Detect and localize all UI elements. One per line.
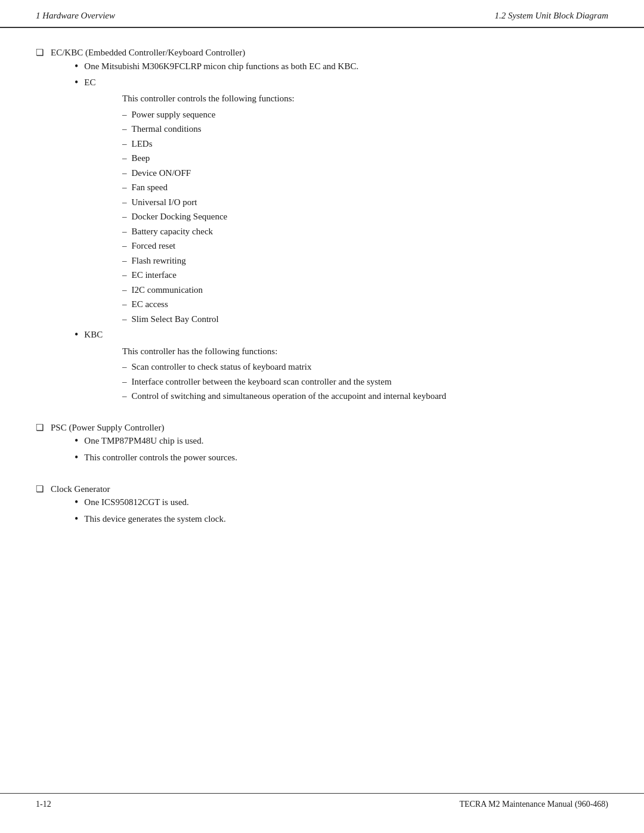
psc-bullet-2: • This controller controls the power sou…	[75, 451, 237, 465]
bullet-ec: • EC	[75, 76, 446, 89]
header-right: 1.2 System Unit Block Diagram	[495, 11, 608, 21]
dash-item: –Interface controller between the keyboa…	[122, 375, 446, 389]
dash-text: Thermal conditions	[132, 122, 202, 136]
dash-symbol: –	[122, 268, 127, 282]
footer-right: TECRA M2 Maintenance Manual (960-468)	[459, 800, 608, 809]
dash-symbol: –	[122, 196, 127, 209]
clock-dot-2: •	[75, 512, 78, 526]
dash-item: –I2C communication	[122, 283, 446, 297]
bullet-ec-text: EC	[84, 76, 95, 89]
dash-symbol: –	[122, 389, 127, 403]
bullet-kbc-text: KBC	[84, 328, 103, 342]
dash-text: Scan controller to check status of keybo…	[132, 360, 312, 374]
dash-item: –Scan controller to check status of keyb…	[122, 360, 446, 374]
clock-bullet-list: • One ICS950812CGT is used. • This devic…	[75, 496, 226, 526]
dash-item: –EC interface	[122, 268, 446, 282]
dash-text: EC interface	[132, 268, 177, 282]
psc-bullet-1: • One TMP87PM48U chip is used.	[75, 434, 237, 448]
dash-symbol: –	[122, 283, 127, 297]
footer-left: 1-12	[36, 800, 51, 809]
dash-item: –Control of switching and simultaneous o…	[122, 389, 446, 403]
dash-text: LEDs	[132, 137, 153, 151]
dash-symbol: –	[122, 375, 127, 389]
dash-text: Power supply sequence	[132, 108, 216, 122]
dash-text: Interface controller between the keyboar…	[132, 375, 392, 389]
dash-symbol: –	[122, 225, 127, 239]
bullet-mitsubishi-text: One Mitsubishi M306K9FCLRP micon chip fu…	[84, 60, 358, 73]
kbc-intro: This controller has the following functi…	[122, 345, 446, 358]
dash-text: Fan speed	[132, 181, 168, 194]
dash-text: Control of switching and simultaneous op…	[132, 389, 447, 403]
dash-symbol: –	[122, 151, 127, 165]
page-header: 1 Hardware Overview 1.2 System Unit Bloc…	[0, 0, 644, 28]
dash-symbol: –	[122, 210, 127, 224]
bullet-mitsubishi: • One Mitsubishi M306K9FCLRP micon chip …	[75, 60, 446, 73]
checkbox-icon-ec-kbc: ❏	[36, 47, 44, 58]
section-clock: ❏ Clock Generator • One ICS950812CGT is …	[36, 482, 608, 532]
clock-bullet-2: • This device generates the system clock…	[75, 512, 226, 526]
psc-label: PSC (Power Supply Controller)	[51, 423, 164, 432]
clock-dot-1: •	[75, 496, 78, 509]
dash-symbol: –	[122, 298, 127, 311]
dash-item: –Power supply sequence	[122, 108, 446, 122]
dash-symbol: –	[122, 137, 127, 151]
psc-bullet-list: • One TMP87PM48U chip is used. • This co…	[75, 434, 237, 465]
clock-bullet-1: • One ICS950812CGT is used.	[75, 496, 226, 509]
dash-item: –Thermal conditions	[122, 122, 446, 136]
dash-symbol: –	[122, 239, 127, 253]
header-left: 1 Hardware Overview	[36, 11, 115, 21]
section-psc: ❏ PSC (Power Supply Controller) • One TM…	[36, 421, 608, 470]
dash-item: –LEDs	[122, 137, 446, 151]
dash-text: Docker Docking Sequence	[132, 210, 228, 224]
dash-item: –EC access	[122, 298, 446, 311]
bullet-dot-2: •	[75, 76, 78, 89]
ec-kbc-bullet-list: • One Mitsubishi M306K9FCLRP micon chip …	[75, 60, 446, 403]
dash-text: Universal I/O port	[132, 196, 197, 209]
clock-label: Clock Generator	[51, 484, 110, 494]
dash-symbol: –	[122, 360, 127, 374]
kbc-dash-list: –Scan controller to check status of keyb…	[122, 360, 446, 403]
bullet-dot-1: •	[75, 60, 78, 73]
bullet-dot-3: •	[75, 328, 78, 342]
dash-text: Beep	[132, 151, 150, 165]
dash-text: Forced reset	[132, 239, 176, 253]
dash-symbol: –	[122, 122, 127, 136]
main-content: ❏ EC/KBC (Embedded Controller/Keyboard C…	[0, 46, 644, 532]
psc-text-2: This controller controls the power sourc…	[84, 451, 237, 465]
clock-text-2: This device generates the system clock.	[84, 512, 225, 526]
dash-symbol: –	[122, 108, 127, 122]
dash-symbol: –	[122, 181, 127, 194]
dash-item: –Battery capacity check	[122, 225, 446, 239]
dash-item: –Forced reset	[122, 239, 446, 253]
dash-text: I2C communication	[132, 283, 203, 297]
page-footer: 1-12 TECRA M2 Maintenance Manual (960-46…	[0, 793, 644, 815]
psc-text-1: One TMP87PM48U chip is used.	[84, 434, 203, 448]
dash-item: –Fan speed	[122, 181, 446, 194]
dash-item: –Flash rewriting	[122, 254, 446, 268]
section-ec-kbc: ❏ EC/KBC (Embedded Controller/Keyboard C…	[36, 46, 608, 409]
dash-text: EC access	[132, 298, 168, 311]
ec-kbc-label: EC/KBC (Embedded Controller/Keyboard Con…	[51, 48, 245, 57]
dash-text: Battery capacity check	[132, 225, 213, 239]
dash-text: Flash rewriting	[132, 254, 186, 268]
checkbox-icon-psc: ❏	[36, 422, 44, 433]
dash-item: –Universal I/O port	[122, 196, 446, 209]
dash-symbol: –	[122, 254, 127, 268]
checkbox-icon-clock: ❏	[36, 484, 44, 494]
psc-dot-2: •	[75, 451, 78, 465]
page: 1 Hardware Overview 1.2 System Unit Bloc…	[0, 0, 644, 833]
bullet-kbc: • KBC	[75, 328, 446, 342]
psc-dot-1: •	[75, 434, 78, 448]
dash-text: Device ON/OFF	[132, 166, 191, 180]
dash-text: Slim Select Bay Control	[132, 312, 219, 326]
dash-symbol: –	[122, 166, 127, 180]
dash-item: –Slim Select Bay Control	[122, 312, 446, 326]
dash-item: –Docker Docking Sequence	[122, 210, 446, 224]
dash-item: –Beep	[122, 151, 446, 165]
ec-dash-list: –Power supply sequence–Thermal condition…	[122, 108, 446, 326]
ec-intro: This controller controls the following f…	[122, 92, 446, 106]
clock-text-1: One ICS950812CGT is used.	[84, 496, 189, 509]
dash-item: –Device ON/OFF	[122, 166, 446, 180]
dash-symbol: –	[122, 312, 127, 326]
